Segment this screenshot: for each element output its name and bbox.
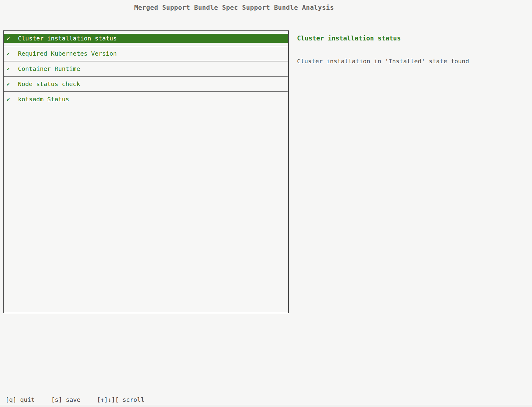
analyzer-item-label: Required Kubernetes Version <box>18 50 117 57</box>
analyzer-list: ✔ Cluster installation status ✔ Required… <box>3 30 289 313</box>
analyzer-item-label: Node status check <box>18 80 80 88</box>
analyzer-item-label: kotsadm Status <box>18 96 69 103</box>
separator <box>4 46 288 46</box>
check-icon: ✔ <box>7 81 15 87</box>
analyzer-item-kotsadm-status[interactable]: ✔ kotsadm Status <box>4 95 288 104</box>
scroll-hint: [↑]↓][ scroll <box>97 395 145 404</box>
analyzer-item-required-kubernetes-version[interactable]: ✔ Required Kubernetes Version <box>4 49 288 58</box>
save-hint: [s] save <box>51 395 80 404</box>
keybinding-footer: [q] quit [s] save [↑]↓][ scroll <box>5 395 144 404</box>
check-icon: ✔ <box>7 66 15 72</box>
detail-heading: Cluster installation status <box>297 34 401 43</box>
detail-message: Cluster installation in 'Installed' stat… <box>297 57 469 66</box>
check-icon: ✔ <box>7 96 15 102</box>
separator <box>4 76 288 77</box>
analyzer-item-container-runtime[interactable]: ✔ Container Runtime <box>4 64 288 73</box>
terminal-screen: Merged Support Bundle Spec Support Bundl… <box>0 0 532 407</box>
separator <box>4 61 288 61</box>
page-title: Merged Support Bundle Spec Support Bundl… <box>0 4 468 11</box>
analyzer-item-cluster-installation-status[interactable]: ✔ Cluster installation status <box>4 34 288 43</box>
window-bottom-edge <box>0 405 532 407</box>
analyzer-item-label: Cluster installation status <box>18 35 117 42</box>
check-icon: ✔ <box>7 50 15 57</box>
quit-hint: [q] quit <box>5 395 35 404</box>
analyzer-item-label: Container Runtime <box>18 65 80 72</box>
analyzer-item-node-status-check[interactable]: ✔ Node status check <box>4 79 288 89</box>
separator <box>4 91 288 92</box>
check-icon: ✔ <box>7 35 15 41</box>
